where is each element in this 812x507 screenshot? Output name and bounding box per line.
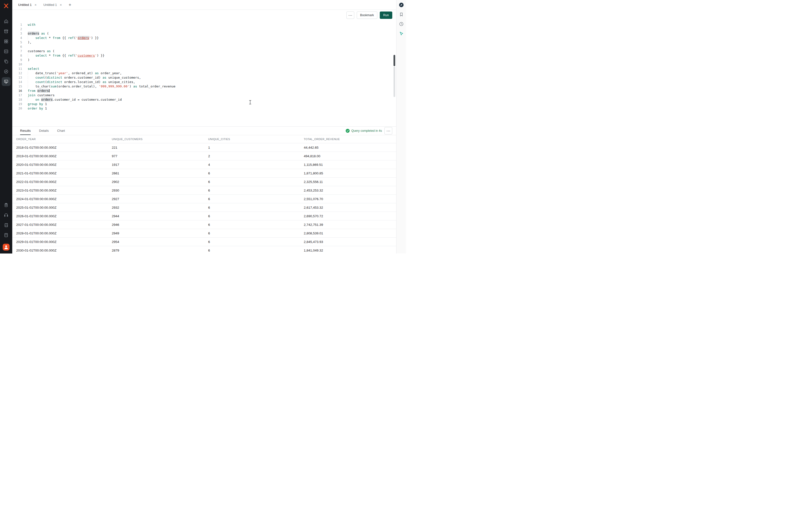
user-avatar[interactable] [3, 244, 9, 250]
table-cell: 221 [108, 146, 204, 150]
table-row-6[interactable]: 2023-01-01T00:00:00.000Z293062,453,253.3… [12, 186, 396, 195]
sidebar-home-button[interactable] [2, 17, 10, 26]
code-line-2[interactable]: 2 [12, 27, 396, 31]
line-number: 11 [12, 67, 22, 71]
table-cell: 1917 [108, 163, 204, 167]
new-tab-button[interactable]: + [65, 0, 74, 9]
table-cell: 2902 [108, 180, 204, 184]
code-line-15[interactable]: 15 to_char(sum(orders.order_total), '999… [12, 84, 396, 89]
table-cell: 1,841,049.32 [300, 248, 396, 252]
line-content [22, 45, 28, 49]
assistant-button[interactable] [398, 30, 405, 37]
code-line-7[interactable]: 7customers as ( [12, 49, 396, 53]
table-cell: 6 [204, 240, 300, 244]
tab-close-icon[interactable]: × [60, 3, 62, 7]
line-content: count(distinct orders.customer_id) as un… [22, 75, 141, 80]
code-line-18[interactable]: 18 on orders.customer_id = customers.cus… [12, 98, 396, 102]
query-status-label: Query completed in 4s [351, 129, 382, 132]
table-cell: 1,115,869.51 [300, 163, 396, 167]
editor-scrollbar-track[interactable] [394, 67, 395, 97]
column-header-unique_customers[interactable]: UNIQUE_CUSTOMERS [108, 138, 204, 140]
table-row-13[interactable]: 2030-01-01T00:00:00.000Z287961,841,049.3… [12, 246, 396, 253]
tab-close-icon[interactable]: × [35, 3, 37, 7]
brand-logo[interactable] [2, 2, 10, 10]
table-cell: 494,818.00 [300, 154, 396, 158]
code-line-12[interactable]: 12 date_trunc('year', ordered_at) as ord… [12, 71, 396, 75]
code-line-10[interactable]: 10 [12, 62, 396, 67]
code-line-20[interactable]: 20order by 1 [12, 106, 396, 111]
bookmark-button[interactable] [398, 11, 405, 18]
code-line-4[interactable]: 4 select * from {{ ref('orders') }} [12, 36, 396, 40]
code-line-6[interactable]: 6 [12, 45, 396, 49]
table-cell: 2028-01-01T00:00:00.000Z [12, 231, 108, 235]
table-row-9[interactable]: 2026-01-01T00:00:00.000Z294462,690,570.7… [12, 212, 396, 220]
table-row-3[interactable]: 2020-01-01T00:00:00.000Z191741,115,869.5… [12, 160, 396, 169]
table-row-12[interactable]: 2029-01-01T00:00:00.000Z295462,845,473.9… [12, 238, 396, 246]
code-line-3[interactable]: 3orders as ( [12, 31, 396, 36]
code-line-1[interactable]: 1with [12, 22, 396, 27]
table-cell: 6 [204, 180, 300, 184]
column-header-total_order_revenue[interactable]: TOTAL_ORDER_REVENUE [300, 138, 396, 140]
editor-scrollbar-thumb[interactable] [394, 55, 395, 66]
sidebar-clipboard-button[interactable] [2, 201, 10, 210]
history-button[interactable] [398, 20, 405, 27]
bookmark-button[interactable]: Bookmark [357, 11, 377, 19]
sidebar-archive-button[interactable] [2, 27, 10, 36]
code-line-14[interactable]: 14 count(distinct orders.location_id) as… [12, 80, 396, 84]
table-row-5[interactable]: 2022-01-01T00:00:00.000Z290262,325,556.1… [12, 178, 396, 186]
code-line-17[interactable]: 17join customers [12, 93, 396, 98]
code-line-16[interactable]: 16from orders [12, 89, 396, 93]
run-button[interactable]: Run [380, 11, 392, 19]
sidebar-compass-button[interactable] [2, 67, 10, 76]
compass-icon [4, 69, 9, 74]
table-cell: 2029-01-01T00:00:00.000Z [12, 240, 108, 244]
table-row-2[interactable]: 2019-01-01T00:00:00.000Z9772494,818.00 [12, 152, 396, 160]
sidebar-windows-button[interactable] [2, 57, 10, 66]
code-line-9[interactable]: 9) [12, 58, 396, 62]
line-number: 6 [12, 45, 22, 49]
sidebar-terminal-button[interactable] [2, 77, 10, 86]
table-cell: 2020-01-01T00:00:00.000Z [12, 163, 108, 167]
explore-button[interactable] [398, 1, 405, 8]
results-tab-results[interactable]: Results [20, 127, 31, 135]
terminal-icon [4, 79, 9, 84]
code-line-5[interactable]: 5), [12, 40, 396, 45]
table-cell: 2879 [108, 248, 204, 252]
column-header-unique_cities[interactable]: UNIQUE_CITIES [204, 138, 300, 140]
home-icon [4, 19, 9, 24]
sidebar-headphones-button[interactable] [2, 211, 10, 219]
editor-toolbar: ⋯ Bookmark Run [12, 10, 396, 20]
sql-editor[interactable]: 1with23orders as (4 select * from {{ ref… [12, 20, 396, 127]
grid-icon [4, 39, 9, 44]
sidebar-grid-button[interactable] [2, 37, 10, 46]
table-cell: 2018-01-01T00:00:00.000Z [12, 146, 108, 150]
sidebar-journal-button[interactable] [2, 221, 10, 229]
more-options-button[interactable]: ⋯ [346, 11, 354, 19]
document-tab-1[interactable]: Untitled 1× [15, 0, 40, 9]
results-tab-chart[interactable]: Chart [57, 127, 65, 135]
column-header-order_year[interactable]: ORDER_YEAR [12, 138, 108, 140]
sidebar-calculator-button[interactable] [2, 231, 10, 239]
query-status-text-wrap: Query completed in 4s [346, 129, 382, 133]
line-number: 8 [12, 53, 22, 58]
table-cell: 6 [204, 171, 300, 175]
table-row-7[interactable]: 2024-01-01T00:00:00.000Z292762,551,076.7… [12, 195, 396, 203]
code-line-19[interactable]: 19group by 1 [12, 102, 396, 106]
table-cell: 2932 [108, 206, 204, 210]
code-line-8[interactable]: 8 select * from {{ ref('customers') }} [12, 53, 396, 58]
document-tab-2[interactable]: Untitled 1× [40, 0, 65, 9]
code-line-13[interactable]: 13 count(distinct orders.customer_id) as… [12, 75, 396, 80]
results-tab-details[interactable]: Details [39, 127, 49, 135]
table-row-4[interactable]: 2021-01-01T00:00:00.000Z266161,871,800.8… [12, 169, 396, 178]
table-cell: 44,442.65 [300, 146, 396, 150]
tab-label: Untitled 1 [18, 3, 32, 7]
line-content: date_trunc('year', ordered_at) as order_… [22, 71, 122, 75]
table-row-8[interactable]: 2025-01-01T00:00:00.000Z293262,617,453.3… [12, 203, 396, 212]
table-row-10[interactable]: 2027-01-01T00:00:00.000Z294662,742,751.3… [12, 220, 396, 229]
table-row-11[interactable]: 2028-01-01T00:00:00.000Z294962,808,539.0… [12, 229, 396, 238]
line-content: group by 1 [22, 102, 47, 106]
code-line-11[interactable]: 11select [12, 67, 396, 71]
sidebar-code-button[interactable] [2, 47, 10, 56]
results-more-button[interactable]: ⋯ [385, 127, 392, 134]
table-row-1[interactable]: 2018-01-01T00:00:00.000Z221144,442.65 [12, 143, 396, 152]
